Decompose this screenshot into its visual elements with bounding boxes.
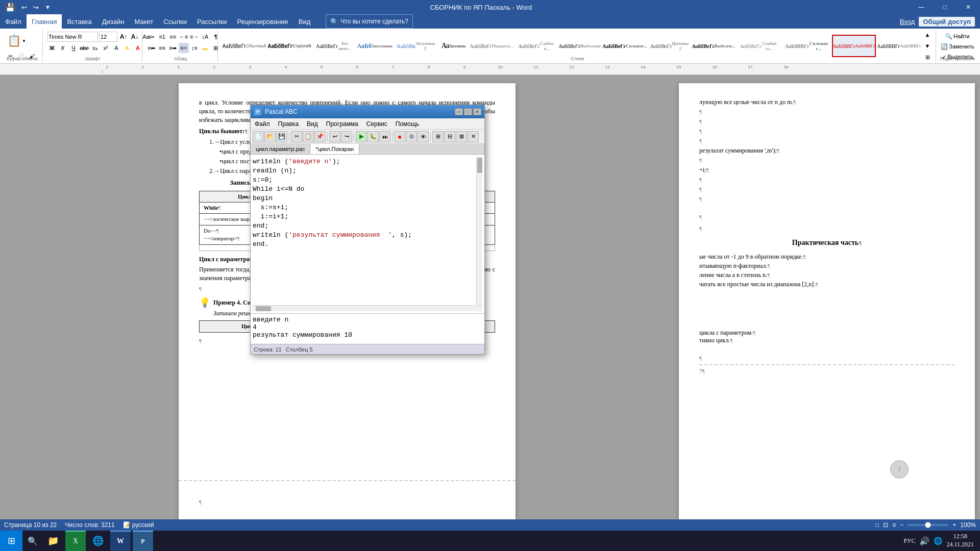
menu-insert[interactable]: Вставка	[62, 14, 96, 29]
scroll-to-top-button[interactable]: ↑	[890, 460, 909, 479]
menu-mailings[interactable]: Рассылки	[192, 14, 232, 29]
pascal-menu-view[interactable]: Вид	[303, 118, 322, 130]
pascal-tab-1[interactable]: цикл.параметр.рас	[251, 144, 310, 154]
word-maximize-button[interactable]: □	[933, 0, 957, 14]
taskbar-browser[interactable]: 🌐	[88, 531, 108, 551]
paste-button[interactable]: 📋 ▼	[5, 31, 28, 51]
font-name-input[interactable]	[47, 32, 98, 42]
shading-btn[interactable]: ▬	[200, 43, 210, 53]
pascal-editor[interactable]: writeln ('введите n'); readln (n); s:=0;…	[251, 155, 484, 313]
pascal-cut-btn[interactable]: ✂	[291, 131, 302, 142]
menu-home[interactable]: Главная	[27, 14, 62, 29]
signin-link[interactable]: Вход	[900, 18, 915, 26]
view-read-icon[interactable]: ≡	[892, 521, 896, 529]
pascal-menu-edit[interactable]: Правка	[274, 118, 303, 130]
word-close-button[interactable]: ✕	[957, 0, 980, 14]
font-size-decrease[interactable]: A↓	[130, 32, 140, 42]
numbering-button[interactable]: ≡1	[157, 32, 167, 42]
pascal-watch-btn[interactable]: 👁	[418, 131, 429, 142]
undo-icon[interactable]: ↩	[19, 3, 29, 12]
pascal-open-btn[interactable]: 📂	[264, 131, 276, 142]
menu-references[interactable]: Ссылки	[158, 14, 192, 29]
styles-scroll-down[interactable]: ▼	[922, 41, 933, 51]
menu-file[interactable]: Файл	[0, 14, 27, 29]
pascal-undo-btn[interactable]: ↩	[329, 131, 340, 142]
pascal-run-btn[interactable]: ▶	[356, 131, 367, 142]
pascal-tile-btn[interactable]: ⊟	[444, 131, 455, 142]
style-weak-ref[interactable]: АаБбВеГгСлабая сс...	[737, 35, 781, 57]
menu-view[interactable]: Вид	[293, 14, 316, 29]
taskbar-word[interactable]: W	[110, 531, 131, 551]
pascal-scrollbar-thumb[interactable]	[477, 158, 482, 173]
decrease-indent-btn[interactable]: ←≡	[179, 32, 189, 42]
highlight-btn[interactable]: A	[122, 43, 132, 53]
pascal-step-btn[interactable]: ⏭	[379, 131, 390, 142]
justify-btn[interactable]: ≡=	[179, 43, 189, 53]
zoom-out-btn[interactable]: −	[900, 521, 903, 529]
taskbar-explorer[interactable]: 📁	[43, 531, 63, 551]
line-spacing-btn[interactable]: ↕≡	[189, 43, 200, 53]
pascal-scrollbar[interactable]	[476, 157, 482, 305]
font-size-input[interactable]	[99, 32, 117, 42]
style-no-interval[interactable]: АаБбВеГгБез инте...	[312, 35, 355, 57]
pascal-menu-file[interactable]: Файл	[251, 118, 274, 130]
replace-button[interactable]: 🔄 Заменить	[940, 42, 975, 51]
sort-btn[interactable]: ↕A	[200, 32, 210, 42]
menu-layout[interactable]: Макет	[129, 14, 158, 29]
align-center-btn[interactable]: ≡≡	[157, 43, 167, 53]
zoom-in-btn[interactable]: +	[952, 521, 956, 529]
font-size-increase[interactable]: A↑	[118, 32, 129, 42]
pascal-menu-program[interactable]: Программа	[322, 118, 362, 130]
bold-button[interactable]: Ж	[47, 43, 57, 53]
zoom-thumb[interactable]	[925, 522, 931, 528]
doc-area[interactable]: в цикл. Условие определяет количество по…	[0, 75, 980, 519]
pascal-copy-btn[interactable]: 📋	[303, 131, 314, 142]
pascal-new-btn[interactable]: 📄	[253, 131, 264, 142]
pascal-window[interactable]: P Pascal ABC — □ ✕ Файл Правка Вид Прогр…	[250, 105, 485, 355]
style-active1[interactable]: АаБбВВГгАаБбВВГг	[832, 35, 876, 57]
font-color-btn[interactable]: A	[133, 43, 143, 53]
redo-icon[interactable]: ↪	[31, 3, 41, 12]
style-title[interactable]: АаЗаголовок	[438, 35, 469, 57]
pascal-debug-btn[interactable]: 🐛	[368, 131, 379, 142]
superscript-button[interactable]: x²	[101, 43, 111, 53]
pascal-maximize-button[interactable]: □	[464, 108, 472, 115]
taskbar-pascal[interactable]: P	[133, 531, 153, 551]
style-normal[interactable]: АаБбВеГгОбычный	[222, 35, 266, 57]
style-heading1[interactable]: АаБбЗаголовок	[356, 35, 394, 57]
start-button[interactable]: ⊞	[0, 531, 22, 551]
view-web-icon[interactable]: ⊡	[883, 521, 888, 529]
style-emph2[interactable]: АаБбВеГгВыделен...	[692, 35, 735, 57]
strikethrough-button[interactable]: abc	[79, 43, 89, 53]
word-minimize-button[interactable]: —	[910, 0, 933, 14]
pascal-stop-btn[interactable]: ■	[394, 131, 405, 142]
style-subtitle[interactable]: АаБбВеГгПодзагол...	[470, 35, 513, 57]
pascal-redo-btn[interactable]: ↪	[341, 131, 352, 142]
multilevel-list-btn[interactable]: ≡≡	[168, 32, 178, 42]
style-strong-ref[interactable]: АаБбВВГгСильная с...	[782, 35, 831, 57]
pascal-code-area[interactable]: writeln ('введите n'); readln (n); s:=0;…	[253, 157, 482, 305]
pascal-hscrollbar[interactable]	[253, 305, 482, 311]
taskbar-app-green[interactable]: X	[65, 531, 86, 551]
italic-button[interactable]: К	[58, 43, 68, 53]
pascal-close-button[interactable]: ✕	[473, 108, 481, 115]
subscript-button[interactable]: x₂	[90, 43, 100, 53]
align-right-btn[interactable]: ≡➡	[168, 43, 178, 53]
share-button[interactable]: Общий доступ	[919, 17, 975, 27]
view-print-icon[interactable]: □	[875, 521, 879, 529]
taskbar-volume-icon[interactable]: 🔊	[919, 536, 929, 546]
pascal-minimize-button[interactable]: —	[455, 108, 463, 115]
text-effects-btn[interactable]: A	[111, 43, 121, 53]
menu-design[interactable]: Дизайн	[97, 14, 130, 29]
zoom-slider[interactable]	[908, 524, 948, 526]
align-left-btn[interactable]: ≡⬅	[146, 43, 157, 53]
style-subtle-emph[interactable]: АаБбВеГгСлабое в...	[514, 35, 557, 57]
taskbar-search-button[interactable]: 🔍	[24, 533, 41, 549]
find-button[interactable]: 🔍 Найти	[940, 32, 975, 41]
pascal-save-btn[interactable]: 💾	[276, 131, 287, 142]
pascal-min-all-btn[interactable]: ⊠	[456, 131, 467, 142]
menu-search[interactable]: 🔍 Что вы хотите сделать?	[326, 14, 413, 29]
pascal-tab-2[interactable]: *цикл.Покаран	[310, 144, 359, 154]
style-strict[interactable]: АаБбВеГгСтрогий	[267, 35, 311, 57]
style-heading2[interactable]: АаБбВвЗаголовок 2	[395, 35, 437, 57]
